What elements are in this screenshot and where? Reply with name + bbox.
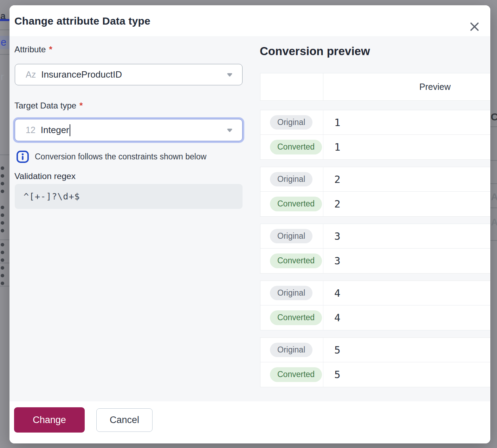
table-row: Original 4 [260,281,490,305]
background-row-divider [0,239,9,240]
drag-handle-dot [1,258,4,262]
table-row: Original 2 [260,167,490,192]
table-row: Converted 5 [260,362,490,387]
converted-value: 4 [323,305,490,330]
close-icon [469,28,480,34]
background-clipped-text: r [1,72,4,82]
background-row-divider [490,160,497,161]
close-button[interactable] [469,21,480,33]
drag-handle-dot [1,166,4,170]
background-row-divider [490,207,497,208]
validation-regex-label: Validation regex [14,171,76,181]
attribute-label-text: Attribute [14,45,46,54]
drag-handle-dot [1,174,4,178]
cancel-button[interactable]: Cancel [96,408,153,432]
background-row-divider [0,54,9,55]
info-note-text: Conversion follows the constraints shown… [35,152,206,162]
table-header-row: Preview [260,73,490,101]
table-row: Converted 4 [260,305,490,330]
preview-group: Original 2 Converted 2 [260,167,490,217]
number-type-icon: 12 [26,125,36,135]
drag-handle-dot [1,206,4,209]
validation-regex-box: ^[+-]?\d+$ [15,184,243,209]
drag-handle-dot [1,182,4,185]
text-type-icon: Az [26,70,36,80]
preview-group: Original 1 Converted 1 [260,110,490,160]
required-marker: * [49,45,52,54]
change-data-type-dialog: Change attribute Data type Attribute* Az… [9,5,490,443]
drag-handle-dot [1,266,4,270]
original-badge: Original [270,229,312,243]
original-value: 3 [323,224,490,248]
drag-handle-dot [1,213,4,217]
converted-badge: Converted [270,367,322,382]
table-row: Converted 2 [260,192,490,217]
info-note: Conversion follows the constraints shown… [16,150,206,163]
background-row-divider [0,154,9,155]
attribute-select-value: InsuranceProductID [41,69,122,80]
original-badge: Original [270,343,312,357]
original-badge: Original [270,172,312,186]
dialog-footer: Change Cancel [9,401,490,443]
background-row-divider [490,183,497,184]
drag-handle-dot [1,190,4,193]
drag-handle-dot [1,282,4,285]
background-row-divider [0,263,9,263]
drag-handle-dot [1,251,4,254]
background-row-divider [0,29,9,30]
dialog-header: Change attribute Data type [9,5,490,36]
chevron-down-icon [227,128,233,132]
table-row: Converted 1 [260,135,490,160]
background-tab-underline [0,19,9,21]
table-row: Original 5 [260,337,490,362]
converted-value: 3 [323,249,490,273]
original-value: 2 [323,167,490,191]
original-value: 1 [323,110,490,134]
background-row-divider [490,126,497,127]
table-row: Original 3 [260,224,490,249]
background-row-divider [0,286,9,286]
target-type-select-value: Integer [41,125,69,136]
drag-handle-dot [1,243,4,246]
original-value: 4 [323,281,490,305]
chevron-down-icon [227,73,233,77]
converted-value: 2 [323,192,490,216]
text-cursor [70,124,70,136]
target-type-select[interactable]: 12 Integer [15,119,243,141]
converted-badge: Converted [270,197,322,211]
drag-handle-dot [1,221,4,225]
attribute-select[interactable]: Az InsuranceProductID [15,64,243,85]
converted-value: 5 [323,362,490,387]
preview-group: Original 5 Converted 5 [260,337,490,387]
target-type-label-text: Target Data type [14,101,76,110]
original-value: 5 [323,338,490,362]
change-button[interactable]: Change [14,407,85,433]
table-row: Original 1 [260,110,490,135]
table-row: Converted 3 [260,249,490,274]
original-badge: Original [270,286,312,300]
background-clipped-text: A [491,192,497,202]
background-clipped-text: C [491,112,497,122]
required-marker: * [79,101,83,110]
attribute-label: Attribute* [14,45,52,54]
preview-group: Original 4 Converted 4 [260,281,490,330]
drag-handle-dot [1,274,4,277]
table-header-preview: Preview [323,73,490,100]
converted-badge: Converted [270,310,322,325]
converted-badge: Converted [270,140,322,154]
drag-handle-dot [1,229,4,232]
table-header-empty-cell [260,73,323,100]
validation-regex-value: ^[+-]?\d+$ [24,191,80,202]
target-type-label: Target Data type* [14,101,83,111]
original-badge: Original [270,115,312,130]
converted-value: 1 [323,135,490,159]
conversion-preview-table: Preview Original 1 Converted 1 Original … [260,73,490,393]
info-icon [16,150,29,163]
conversion-preview-title: Conversion preview [260,45,370,58]
preview-group: Original 3 Converted 3 [260,224,490,274]
converted-badge: Converted [270,253,322,268]
dialog-title: Change attribute Data type [14,15,150,27]
background-clipped-text: A [491,218,497,227]
background-clipped-text: e [1,37,6,47]
background-row-divider [490,240,497,241]
